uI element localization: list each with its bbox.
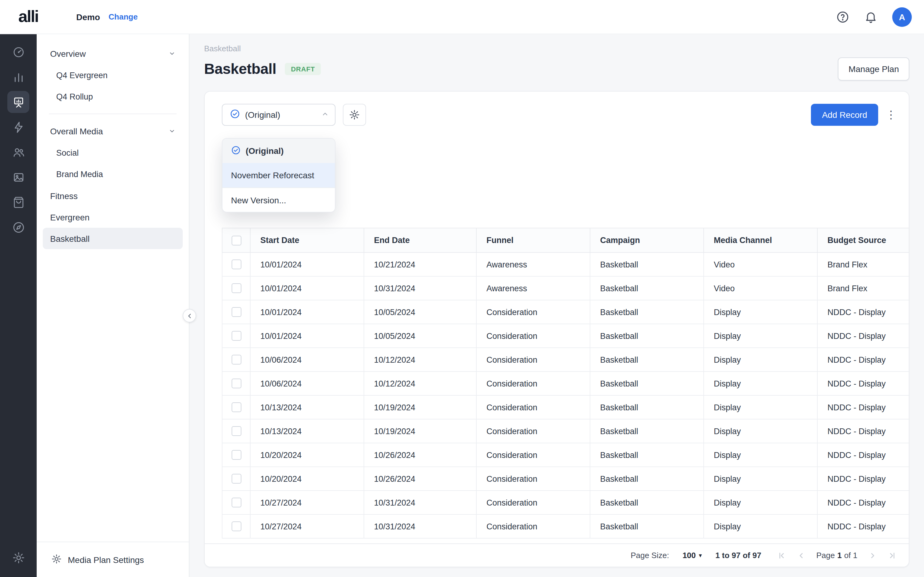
row-checkbox[interactable]: [231, 259, 241, 269]
table-cell: Video: [704, 253, 817, 276]
commerce-bag-icon[interactable]: [7, 191, 29, 213]
app-body: Overview Q4 Evergreen Q4 Rollup Overall …: [0, 34, 924, 577]
sidebar-item-evergreen[interactable]: Evergreen: [43, 206, 183, 228]
sidebar-item-q4-evergreen[interactable]: Q4 Evergreen: [43, 65, 183, 86]
sidebar-item-brand-media[interactable]: Brand Media: [43, 164, 183, 185]
table-cell: 10/31/2024: [364, 276, 477, 300]
column-header-end-date: End Date: [364, 228, 477, 253]
column-header-start-date: Start Date: [250, 228, 364, 253]
column-header-funnel: Funnel: [477, 228, 590, 253]
table-cell: Basketball: [590, 276, 704, 300]
table-row: 10/01/202410/05/2024ConsiderationBasketb…: [222, 300, 909, 324]
table-cell: 10/21/2024: [364, 253, 477, 276]
table-cell: NDDC - Display: [817, 324, 909, 348]
chevron-down-icon: [169, 49, 175, 59]
icon-rail: [0, 34, 37, 577]
audiences-users-icon[interactable]: [7, 141, 29, 163]
sidebar-item-q4-rollup[interactable]: Q4 Rollup: [43, 86, 183, 108]
records-table: Start Date End Date Funnel Campaign Medi…: [222, 228, 909, 538]
sidebar-section-label: Overall Media: [50, 126, 103, 136]
row-checkbox[interactable]: [231, 331, 241, 341]
version-select[interactable]: (Original): [222, 104, 336, 126]
table-row: 10/13/202410/19/2024ConsiderationBasketb…: [222, 395, 909, 419]
last-page-icon[interactable]: [885, 549, 899, 562]
breadcrumb: Basketball: [204, 44, 909, 53]
creative-image-icon[interactable]: [7, 166, 29, 188]
table-cell: 10/01/2024: [250, 253, 364, 276]
manage-plan-button[interactable]: Manage Plan: [838, 57, 909, 81]
explore-compass-icon[interactable]: [7, 216, 29, 238]
gear-icon: [51, 553, 62, 566]
add-record-button[interactable]: Add Record: [811, 104, 878, 126]
version-option-new-version[interactable]: New Version...: [223, 187, 335, 212]
sidebar-section-overview[interactable]: Overview: [43, 43, 183, 65]
table-cell: Consideration: [477, 443, 590, 467]
select-all-checkbox[interactable]: [231, 235, 241, 245]
kebab-menu-icon[interactable]: ⋮: [883, 104, 899, 126]
page-size-select[interactable]: 100 ▾: [683, 551, 702, 560]
page-title: Basketball: [204, 60, 276, 77]
row-checkbox[interactable]: [231, 426, 241, 436]
table-cell: 10/27/2024: [250, 491, 364, 514]
notifications-bell-icon[interactable]: [864, 10, 877, 24]
row-checkbox[interactable]: [231, 379, 241, 388]
chevron-down-icon: [169, 126, 175, 136]
table-cell: Consideration: [477, 395, 590, 419]
table-cell: Awareness: [477, 253, 590, 276]
table-cell: Basketball: [590, 372, 704, 395]
table-cell: 10/12/2024: [364, 348, 477, 372]
workspace-change-link[interactable]: Change: [108, 12, 137, 21]
page-indicator: Page 1 of 1: [816, 551, 858, 560]
row-checkbox[interactable]: [231, 498, 241, 508]
row-checkbox[interactable]: [231, 450, 241, 460]
sidebar-item-basketball[interactable]: Basketball: [43, 228, 183, 249]
table-cell: Basketball: [590, 300, 704, 324]
alli-logo: alli: [18, 7, 38, 26]
table-cell: NDDC - Display: [817, 348, 909, 372]
table-cell: 10/27/2024: [250, 514, 364, 538]
user-avatar[interactable]: A: [892, 7, 912, 27]
first-page-icon[interactable]: [775, 549, 788, 562]
sidebar-item-fitness[interactable]: Fitness: [43, 185, 183, 206]
version-option-original[interactable]: (Original): [223, 139, 335, 163]
table-cell: 10/20/2024: [250, 443, 364, 467]
page-header: Basketball DRAFT Manage Plan: [204, 57, 909, 81]
table-row: 10/06/202410/12/2024ConsiderationBasketb…: [222, 348, 909, 372]
media-plan-icon[interactable]: [7, 91, 29, 113]
media-plan-settings[interactable]: Media Plan Settings: [37, 542, 189, 577]
table-cell: 10/19/2024: [364, 395, 477, 419]
page-size-label: Page Size:: [631, 551, 669, 560]
dashboard-icon[interactable]: [7, 41, 29, 63]
table-cell: Basketball: [590, 395, 704, 419]
table-cell: 10/01/2024: [250, 300, 364, 324]
sidebar-section-overall-media[interactable]: Overall Media: [43, 120, 183, 142]
table-row: 10/20/202410/26/2024ConsiderationBasketb…: [222, 467, 909, 491]
table-cell: 10/01/2024: [250, 276, 364, 300]
row-checkbox[interactable]: [231, 474, 241, 484]
sidebar-collapse-handle[interactable]: [183, 309, 196, 322]
table-cell: NDDC - Display: [817, 491, 909, 514]
version-option-november-reforecast[interactable]: November Reforecast: [223, 163, 335, 187]
table-settings-button[interactable]: [343, 104, 366, 126]
row-checkbox[interactable]: [231, 283, 241, 293]
caret-down-icon: ▾: [699, 552, 702, 559]
table-cell: 10/05/2024: [364, 300, 477, 324]
row-checkbox[interactable]: [231, 402, 241, 412]
automation-lightning-icon[interactable]: [7, 116, 29, 138]
sidebar-item-social[interactable]: Social: [43, 142, 183, 164]
table-cell: Consideration: [477, 300, 590, 324]
table-cell: 10/06/2024: [250, 372, 364, 395]
row-checkbox[interactable]: [231, 521, 241, 531]
table-cell: 10/31/2024: [364, 514, 477, 538]
row-checkbox[interactable]: [231, 307, 241, 317]
help-icon[interactable]: [836, 10, 850, 24]
next-page-icon[interactable]: [866, 549, 879, 562]
media-plan-sidebar: Overview Q4 Evergreen Q4 Rollup Overall …: [37, 34, 189, 577]
sidebar-divider: [49, 114, 177, 114]
table-cell: Basketball: [590, 419, 704, 443]
reports-chart-icon[interactable]: [7, 66, 29, 88]
row-checkbox[interactable]: [231, 355, 241, 364]
prev-page-icon[interactable]: [794, 549, 808, 562]
settings-gear-icon[interactable]: [7, 546, 29, 569]
workspace-name: Demo: [76, 12, 100, 22]
